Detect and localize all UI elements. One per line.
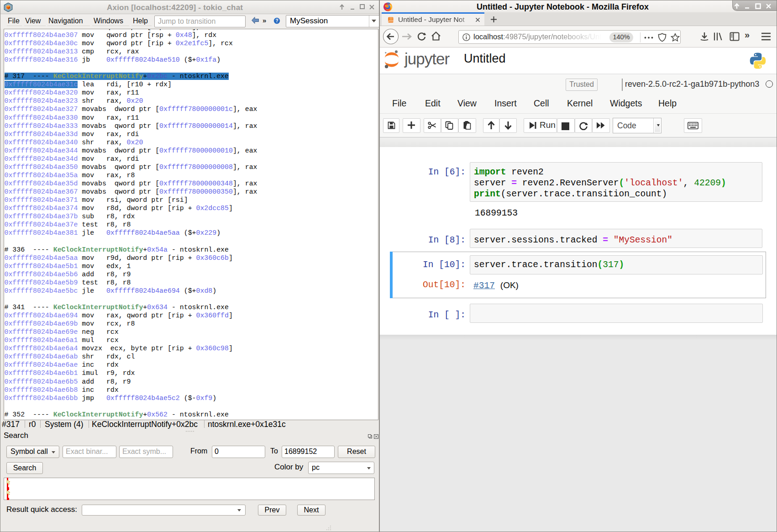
svg-text:?: ?: [275, 18, 278, 23]
